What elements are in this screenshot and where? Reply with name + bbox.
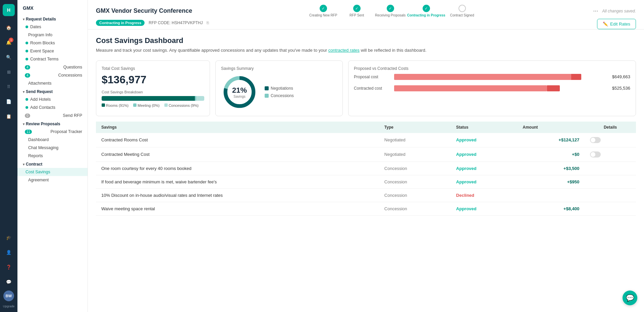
graduation-icon[interactable]: 🎓 — [3, 231, 15, 243]
home-icon[interactable]: 🏠 — [3, 21, 15, 34]
cell-details — [585, 175, 636, 188]
sidebar-item-questions[interactable]: 4 Questions — [17, 63, 88, 71]
total-savings-label: Total Cost Savings — [102, 66, 204, 71]
table-row: Contracted Meeting Cost Negotiated Appro… — [96, 147, 636, 162]
sidebar-item-chat-messaging[interactable]: Chat Messaging — [17, 144, 88, 152]
sidebar-section-review-proposals[interactable]: ▾ Review Proposals — [17, 120, 88, 128]
sidebar-item-concessions[interactable]: 4 Concessions — [17, 71, 88, 79]
proposal-cost-label: Proposal cost — [354, 75, 391, 79]
sidebar-item-add-contacts[interactable]: Add Contacts — [17, 103, 88, 112]
sidebar-item-reports[interactable]: Reports — [17, 152, 88, 160]
sidebar-item-proposal-tracker[interactable]: 11 Proposal Tracker — [17, 128, 88, 136]
step-label-creating: Creating New RFP — [309, 13, 337, 17]
breakdown-legend: Rooms (91%) Meeting (0%) Concessions (9%… — [102, 103, 204, 107]
legend-concessions-item: Concessions — [265, 93, 294, 98]
chat-bubble-icon: 💬 — [626, 294, 634, 302]
savings-legend: Negotiations Concessions — [265, 86, 294, 98]
add-user-icon[interactable]: 👤 — [3, 246, 15, 258]
sidebar-item-agreement[interactable]: Agreement — [17, 176, 88, 184]
chat-icon[interactable]: 💬 — [3, 276, 15, 288]
copy-icon[interactable]: ⎘ — [207, 20, 209, 25]
bell-icon[interactable]: 🔔 1 — [3, 36, 15, 48]
cell-savings: Contracted Meeting Cost — [96, 147, 379, 162]
table-row: One room courtesy for every 40 rooms boo… — [96, 162, 636, 175]
dot-icon — [25, 50, 28, 52]
table-header-row: Savings Type Status Amount Details — [96, 122, 636, 133]
step-circle-creating: ✓ — [320, 5, 327, 12]
sidebar-section-send-request[interactable]: ▾ Send Request — [17, 87, 88, 95]
more-options-button[interactable]: ··· — [593, 7, 598, 14]
proposed-label: Proposed vs Contracted Costs — [354, 66, 630, 71]
sidebar-item-dashboard[interactable]: Dashboard — [17, 136, 88, 144]
donut-chart: 21% Savings — [221, 74, 258, 110]
cell-type: Concession — [379, 202, 451, 215]
legend-rooms: Rooms (91%) — [102, 103, 128, 107]
proposal-cost-row: Proposal cost $649,663 — [354, 74, 630, 80]
page-title: Cost Savings Dashboard — [96, 36, 636, 45]
main-content: GMX Vendor Security Conference ✓ Creatin… — [88, 0, 644, 312]
contracted-bar-wrap — [394, 85, 607, 92]
search-icon[interactable]: 🔍 — [3, 51, 15, 63]
question-icon[interactable]: ❓ — [3, 261, 15, 273]
avatar[interactable]: BW — [3, 291, 14, 301]
breakdown-bar — [102, 96, 204, 101]
cell-details — [585, 202, 636, 215]
sidebar-item-contract-terms[interactable]: Contract Terms — [17, 55, 88, 63]
top-actions: ··· All changes saved. — [593, 7, 636, 14]
cell-savings: One room courtesy for every 40 rooms boo… — [96, 162, 379, 175]
sidebar: GMX ▾ Request Details Dates Program Info… — [17, 0, 88, 312]
table-row: 10% Discount on in-house audio/visual ra… — [96, 188, 636, 202]
sidebar-item-dates[interactable]: Dates — [17, 23, 88, 31]
list-icon[interactable]: 📋 — [3, 110, 15, 122]
apps-icon[interactable]: ⠿ — [3, 81, 15, 93]
donut-sublabel: Savings — [232, 94, 247, 98]
cell-status: Approved — [451, 175, 517, 188]
sub-bar: Contracting in Progress RFP CODE: HSH47P… — [96, 17, 636, 29]
toggle-switch[interactable] — [590, 151, 601, 158]
event-title: GMX Vendor Security Conference — [96, 7, 192, 14]
step-receiving: ✓ Receiving Proposals — [374, 5, 407, 17]
sidebar-section-request-details[interactable]: ▾ Request Details — [17, 15, 88, 23]
cell-status: Approved — [451, 162, 517, 175]
step-signed: Contract Signed — [445, 5, 479, 17]
total-cost-savings-card: Total Cost Savings $136,977 Cost Savings… — [96, 60, 210, 116]
cards-row: Total Cost Savings $136,977 Cost Savings… — [96, 60, 636, 116]
toggle-switch[interactable] — [590, 137, 601, 143]
sidebar-item-event-space[interactable]: Event Space — [17, 47, 88, 55]
cell-amount: +$3,500 — [517, 162, 585, 175]
donut-center: 21% Savings — [232, 86, 247, 98]
contracted-rates-link[interactable]: contracted rates — [328, 48, 360, 53]
legend-negotiations: Negotiations — [265, 86, 294, 91]
sidebar-section-contract[interactable]: ▾ Contract — [17, 160, 88, 168]
dot-icon — [25, 42, 28, 44]
savings-summary-card: Savings Summary 21% Sav — [215, 60, 343, 116]
contracted-cost-row: Contracted cost $525,536 — [354, 85, 630, 92]
proposal-bar-end — [571, 74, 581, 80]
step-circle-rfp-sent: ✓ — [353, 5, 361, 12]
edit-rates-button[interactable]: ✏️ Edit Rates — [597, 19, 636, 29]
sidebar-item-add-hotels[interactable]: Add Hotels — [17, 95, 88, 103]
sidebar-item-attachments[interactable]: Attachments — [17, 79, 88, 87]
grid-icon[interactable]: ⊞ — [3, 66, 15, 78]
cell-savings: If food and beverage minimum is met, wai… — [96, 175, 379, 188]
document-icon[interactable]: 📄 — [3, 95, 15, 107]
th-status: Status — [451, 122, 517, 133]
sidebar-item-send-rfp[interactable]: 0 Send RFP — [17, 112, 88, 120]
app-logo[interactable]: H — [3, 4, 15, 16]
savings-inner: 21% Savings Negotiations Concessions — [221, 74, 337, 110]
legend-concessions: Concessions (9%) — [164, 103, 199, 107]
cell-amount: +$8,400 — [517, 202, 585, 215]
cell-savings: Waive meeting space rental — [96, 202, 379, 215]
chat-bubble-button[interactable]: 💬 — [623, 291, 637, 305]
dot-icon — [25, 98, 28, 101]
upgrade-label[interactable]: Upgrade — [3, 305, 15, 308]
table-row: If food and beverage minimum is met, wai… — [96, 175, 636, 188]
sidebar-item-room-blocks[interactable]: Room Blocks — [17, 39, 88, 47]
cell-amount — [517, 188, 585, 202]
total-savings-amount: $136,977 — [102, 74, 204, 86]
cell-amount: +$0 — [517, 147, 585, 162]
sidebar-item-cost-savings[interactable]: Cost Savings — [17, 168, 88, 176]
sidebar-item-program-info[interactable]: Program Info — [17, 31, 88, 39]
cell-details — [585, 188, 636, 202]
contracted-cost-amount: $525,536 — [612, 86, 630, 91]
